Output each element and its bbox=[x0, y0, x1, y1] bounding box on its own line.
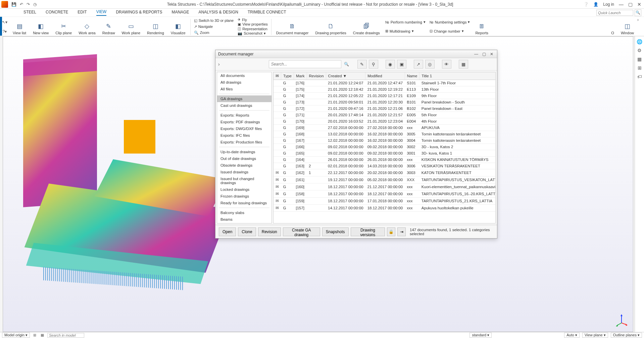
window-button[interactable]: ◫Window bbox=[617, 17, 637, 36]
auto-dropdown[interactable]: Auto ▾ bbox=[564, 333, 580, 338]
category-item[interactable]: Issued but changed drawings bbox=[217, 175, 271, 186]
change-number-button[interactable]: ⊡ Change number ▾ bbox=[430, 29, 470, 33]
axis-gizmo-icon[interactable] bbox=[615, 313, 628, 327]
column-header-created[interactable]: Created ▼ bbox=[326, 72, 365, 80]
table-row[interactable]: G[176]21.01.2020 12:24:0721.01.2020 12:4… bbox=[274, 80, 496, 86]
table-row[interactable]: ✉G[158]18.12.2017 00:00:0018.12.2017 00:… bbox=[274, 191, 496, 198]
category-item[interactable]: Exports: DWG/DXF files bbox=[217, 125, 271, 132]
column-header-env[interactable]: ✉ bbox=[274, 72, 281, 80]
tab-concrete[interactable]: CONCRETE bbox=[46, 10, 68, 15]
category-item[interactable]: All documents bbox=[217, 72, 271, 79]
view-plane-dropdown[interactable]: View plane ▾ bbox=[582, 333, 608, 338]
redo-icon[interactable]: ↷ bbox=[27, 2, 30, 7]
table-row[interactable]: ✉G[160]18.12.2017 00:00:0021.12.2017 00:… bbox=[274, 183, 496, 191]
quick-launch-search-icon[interactable]: 🔍 bbox=[635, 9, 641, 16]
o-button[interactable]: O bbox=[608, 17, 617, 36]
representation-button[interactable]: ◫ Representation bbox=[238, 27, 268, 31]
column-header-name[interactable]: Name bbox=[405, 72, 419, 80]
category-item[interactable]: All files bbox=[217, 86, 271, 92]
help-tool-icon[interactable]: ?▾ bbox=[3, 29, 7, 34]
reports-button[interactable]: 🗏Reports bbox=[472, 17, 492, 36]
create-ga-button[interactable]: Create GA drawing bbox=[283, 227, 320, 236]
column-header-type[interactable]: Type bbox=[281, 72, 294, 80]
export-icon[interactable]: ⇥ bbox=[397, 227, 406, 236]
user-icon[interactable]: 👤 bbox=[593, 2, 598, 7]
category-item[interactable]: Balcony slabs bbox=[217, 209, 271, 216]
table-row[interactable]: G[168]13.02.2018 00:00:0016.02.2018 00:0… bbox=[274, 131, 496, 137]
ribbon-expand-icon[interactable]: › bbox=[637, 17, 644, 22]
snapshots-button[interactable]: Snapshots bbox=[322, 227, 349, 236]
table-row[interactable]: G[174]21.01.2020 12:05:2221.01.2020 12:1… bbox=[274, 93, 496, 99]
table-row[interactable]: G[172]21.01.2020 09:47:1621.01.2020 12:2… bbox=[274, 105, 496, 112]
table-row[interactable]: G[171]20.01.2020 17:48:1421.01.2020 12:2… bbox=[274, 112, 496, 118]
grid-icon[interactable]: ⊞ bbox=[638, 65, 642, 71]
table-row[interactable]: ✉G[161]19.12.2017 00:00:0005.02.2018 00:… bbox=[274, 176, 496, 183]
cog-icon[interactable]: ⚙ bbox=[637, 48, 642, 53]
work-plane-button[interactable]: ▭Work plane bbox=[118, 17, 144, 36]
table-row[interactable]: ✉G[157]14.12.2017 00:00:0018.12.2017 00:… bbox=[274, 205, 496, 212]
box-icon[interactable]: ◉ bbox=[386, 60, 395, 69]
column-header-mark[interactable]: Mark bbox=[294, 72, 307, 80]
create-drawings-button[interactable]: 🗐Create drawings bbox=[350, 17, 383, 36]
view-props-button[interactable]: ▣ View properties bbox=[238, 22, 268, 27]
table-row[interactable]: G[165]09.02.2018 00:00:0009.02.2018 00:0… bbox=[274, 150, 496, 157]
cursor-tool-icon[interactable]: ↖▾ bbox=[2, 20, 7, 25]
target-icon[interactable]: ◎ bbox=[425, 60, 435, 69]
table-row[interactable]: G[164]26.01.2018 00:00:0026.01.2018 00:0… bbox=[274, 157, 496, 163]
category-item[interactable]: Exports: Reports bbox=[217, 112, 271, 119]
category-item[interactable]: Exports: IFC files bbox=[217, 132, 271, 139]
category-item[interactable]: Exports: Production files bbox=[217, 139, 271, 145]
table-row[interactable]: ✉G[162]122.12.2017 00:00:0020.02.2018 00… bbox=[274, 169, 496, 176]
category-item[interactable]: Issued drawings bbox=[217, 169, 271, 175]
switch-3d-button[interactable]: ◱ Switch to 3D or plane bbox=[194, 18, 234, 23]
filter-icon[interactable]: ⚲ bbox=[369, 60, 378, 69]
table-row[interactable]: G[175]21.01.2020 12:18:4221.01.2020 12:1… bbox=[274, 86, 496, 93]
column-header-revision[interactable]: Revision bbox=[307, 72, 326, 80]
table-row[interactable]: ✉G[159]18.12.2017 00:00:0017.01.2018 00:… bbox=[274, 198, 496, 205]
tab-steel[interactable]: STEEL bbox=[23, 10, 36, 15]
search-model-input[interactable] bbox=[47, 333, 84, 338]
navigate-button[interactable]: ↗ Navigate bbox=[194, 25, 234, 29]
table-row[interactable]: G[163]202.01.2018 00:00:0014.03.2018 00:… bbox=[274, 163, 496, 169]
history-icon[interactable]: ◷ bbox=[33, 2, 37, 7]
multidrawing-button[interactable]: ⊞ Multidrawing ▾ bbox=[385, 29, 426, 33]
category-item[interactable]: Cast unit drawings bbox=[217, 102, 271, 109]
tab-manage[interactable]: MANAGE bbox=[171, 10, 189, 15]
numbering-settings-button[interactable]: № Numbering settings ▾ bbox=[430, 20, 470, 24]
table-row[interactable]: G[166]09.02.2018 00:00:0009.02.2018 00:0… bbox=[274, 144, 496, 150]
arrow-icon[interactable]: ↗ bbox=[414, 60, 423, 69]
fly-button[interactable]: ✈ Fly bbox=[238, 17, 268, 22]
login-link[interactable]: Log in bbox=[603, 2, 614, 7]
category-item[interactable]: Up-to-date drawings bbox=[217, 149, 271, 155]
outline-planes-dropdown[interactable]: Outline planes ▾ bbox=[611, 333, 642, 338]
zoom-button[interactable]: 🔍 Zoom bbox=[194, 31, 234, 35]
view-list-button[interactable]: ▤View list bbox=[9, 17, 30, 36]
category-item[interactable]: Exports: PDF drawings bbox=[217, 119, 271, 125]
grid-view-icon[interactable]: ▦ bbox=[459, 60, 468, 69]
table-row[interactable]: G[170]20.01.2020 16:03:5221.01.2020 12:2… bbox=[274, 118, 496, 125]
column-header-title1[interactable]: Title 1 bbox=[419, 72, 496, 80]
dialog-minimize-button[interactable]: — bbox=[473, 52, 479, 56]
document-table[interactable]: ✉TypeMarkRevisionCreated ▼ModifiedNameTi… bbox=[273, 72, 496, 223]
drawing-properties-button[interactable]: 🗋Drawing properties bbox=[312, 17, 349, 36]
clone-button[interactable]: Clone bbox=[238, 227, 256, 236]
work-area-button[interactable]: ◇Work area bbox=[75, 17, 99, 36]
expand-sidebar-icon[interactable]: › bbox=[218, 61, 220, 67]
new-view-button[interactable]: ◧New view bbox=[30, 17, 52, 36]
tag-icon[interactable]: 🏷 bbox=[637, 74, 642, 79]
eye-icon[interactable]: 👁 bbox=[442, 60, 451, 69]
rendering-button[interactable]: ◫Rendering bbox=[144, 17, 167, 36]
minimize-button[interactable]: — bbox=[619, 2, 624, 7]
column-header-modified[interactable]: Modified bbox=[365, 72, 405, 80]
dialog-maximize-button[interactable]: ▢ bbox=[481, 52, 487, 56]
sb-icon-2[interactable]: ▦ bbox=[40, 333, 45, 337]
quick-launch-input[interactable] bbox=[596, 10, 633, 16]
close-button[interactable]: ✕ bbox=[637, 2, 641, 7]
redraw-button[interactable]: ✎Redraw bbox=[99, 17, 118, 36]
category-item[interactable]: Out of date drawings bbox=[217, 155, 271, 162]
table-row[interactable]: G[167]12.02.2018 00:00:0016.02.2018 00:0… bbox=[274, 137, 496, 144]
boxes-icon[interactable]: ▣ bbox=[397, 60, 406, 69]
standard-dropdown[interactable]: standard ▾ bbox=[469, 333, 492, 338]
edit-icon[interactable]: ✎ bbox=[357, 60, 367, 69]
tab-trimble[interactable]: TRIMBLE CONNECT bbox=[248, 10, 286, 15]
